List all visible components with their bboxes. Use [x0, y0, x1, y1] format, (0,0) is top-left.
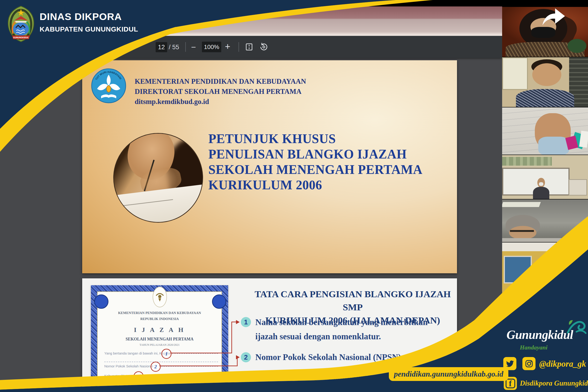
certificate-corner-ornament [212, 294, 226, 309]
red-connector [170, 353, 231, 353]
cert-mark-4: 4 [119, 379, 129, 390]
gunungkidul-wordmark: Gunungkidul [506, 328, 582, 342]
toolbar-divider [238, 42, 239, 52]
red-arrowhead [236, 375, 240, 379]
cert-field1-label: Yang bertanda tangan di bawah ini, Kepal… [104, 351, 170, 355]
cert-field4-label: Provinsi [104, 382, 117, 386]
cabinet [569, 179, 587, 196]
certificate-corner-ornament [94, 294, 108, 309]
facebook-icon: f [506, 379, 515, 388]
ceiling [502, 242, 588, 251]
website-badge[interactable]: pendidikan.gunungkidulkab.go.id [389, 367, 508, 381]
face-mask [538, 137, 569, 155]
participant-video-5[interactable] [502, 200, 588, 242]
org-line-2: DIREKTORAT SEKOLAH MENENGAH PERTAMA [135, 86, 306, 96]
hand-writing-photo [113, 133, 203, 223]
red-connector [142, 376, 236, 377]
person-face [532, 63, 561, 86]
list-item-3-line1: Nama nomenklatur kabupaten/kota*) ( [255, 370, 398, 384]
fit-page-button[interactable] [244, 42, 254, 52]
ijazah-certificate-image: KEMENTERIAN PENDIDIKAN DAN KEBUDAYAAN RE… [91, 285, 228, 392]
rotate-button[interactable] [259, 42, 269, 52]
slide-title: PETUNJUK KHUSUS PENULISAN BLANGKO IJAZAH… [208, 131, 422, 193]
slide-page-12: TUT WURI HANDAYANI KEMENTERIAN PENDIDIKA… [82, 60, 457, 273]
garuda-emblem [153, 287, 167, 307]
list-item-3: Nama nomenklatur kabupaten/kota*) ( menc… [255, 370, 398, 392]
toolbar-divider [185, 42, 186, 52]
instagram-icon [525, 360, 533, 368]
list-item-1-line1: Nama sekolah bersangkutan yang menerbitk… [255, 315, 428, 330]
participant-video-2[interactable] [502, 57, 588, 108]
glasses [510, 230, 534, 232]
title-line-4: KURIKULUM 2006 [208, 177, 422, 193]
person-silhouette [528, 274, 564, 298]
person-body [533, 187, 549, 199]
participant-video-6[interactable] [502, 242, 588, 298]
slide-org-header: KEMENTERIAN PENDIDIKAN DAN KEBUDAYAAN DI… [135, 76, 306, 107]
list-bullet-1: 1 [241, 317, 251, 327]
cert-org1: KEMENTERIAN PENDIDIKAN DAN KEBUDAYAAN [91, 311, 228, 315]
title-line-2: PENULISAN BLANGKO IJAZAH [208, 146, 422, 162]
gunungkidul-crest: GUNUNGKIDUL [6, 5, 36, 43]
twitter-icon [506, 360, 514, 368]
list-bullet-2: 2 [241, 352, 251, 362]
window-band [502, 157, 552, 166]
list-item-3-line2: mencoret) m [255, 384, 398, 392]
list-item-1-line2: ijazah sesuai dengan nomenklatur. [255, 330, 428, 344]
fit-page-icon [245, 42, 253, 51]
social-handle: @dikpora_gk [539, 359, 586, 369]
page-number-input[interactable] [156, 42, 167, 52]
cert-field3-label: Kabupaten/Kota [104, 374, 129, 378]
crest-banner-text: GUNUNGKIDUL [13, 36, 29, 39]
screenshot-canvas: / 55 − 100% + [0, 0, 588, 392]
org-line-1: KEMENTERIAN PENDIDIKAN DAN KEBUDAYAAN [135, 76, 306, 86]
pencil-stroke [113, 199, 173, 208]
zoom-in-button[interactable]: + [225, 42, 230, 52]
cert-fill-line [161, 366, 218, 367]
cert-field2-label: Nomor Pokok Sekolah Nasional : [104, 364, 155, 368]
ceiling-light [502, 202, 541, 207]
red-connector [159, 366, 238, 366]
face-mask [531, 27, 555, 38]
list-bullet-3: 3 [241, 372, 251, 382]
cert-year: TAHUN PELAJARAN 2020/2021 [91, 343, 228, 347]
laptop-edge [502, 238, 588, 242]
rotate-icon [259, 42, 268, 52]
participant-video-4[interactable] [502, 155, 588, 200]
page-total-label: / 55 [169, 44, 179, 51]
handayani-tagline: Handayani [520, 344, 547, 351]
title-line-1: PETUNJUK KHUSUS [208, 131, 422, 146]
cert-org2: REPUBLIK INDONESIA [91, 317, 228, 321]
cert-school-level: SEKOLAH MENENGAH PERTAMA [91, 337, 228, 342]
face-mask [539, 182, 543, 186]
cert-fill-line [172, 353, 218, 354]
share-arrow-icon[interactable] [540, 7, 566, 26]
cert-mark-2: 2 [151, 362, 161, 372]
instagram-button[interactable] [522, 357, 535, 370]
facebook-name: Disdikpora Gunungkidul [520, 379, 588, 388]
red-arrowhead [236, 355, 240, 359]
screen-share-area: / 55 − 100% + [0, 6, 502, 392]
list-item-1: Nama sekolah bersangkutan yang menerbitk… [255, 315, 428, 344]
title-line-3: SEKOLAH MENENGAH PERTAMA [208, 162, 422, 177]
zoom-level-value[interactable]: 100% [202, 42, 221, 52]
batik-shirt [516, 89, 574, 107]
slide2-heading-line1: TATA CARA PENGISIAN BLANGKO IJAZAH SMP [247, 288, 459, 314]
window [502, 57, 528, 90]
plant [567, 39, 586, 53]
agency-title: DINAS DIKPORA [40, 11, 122, 22]
kemdikbud-logo: TUT WURI HANDAYANI [91, 67, 126, 104]
participant-video-3[interactable] [502, 108, 588, 155]
list-item-2: Nomor Pokok Sekolah Nasional (NPSN) [255, 350, 401, 364]
agency-region: KABUPATEN GUNUNGKIDUL [40, 25, 138, 33]
cert-title: I J A Z A H [91, 326, 228, 334]
window [504, 256, 532, 284]
cert-mark-1: 1 [161, 349, 171, 359]
pdf-toolbar: / 55 − 100% + [0, 36, 502, 58]
garuda-icon [155, 291, 164, 303]
cert-fill-line [104, 362, 218, 362]
org-line-3: ditsmp.kemdikbud.go.id [135, 96, 306, 107]
zoom-out-button[interactable]: − [191, 42, 196, 52]
red-connector [231, 322, 232, 353]
red-arrowhead [236, 320, 240, 324]
